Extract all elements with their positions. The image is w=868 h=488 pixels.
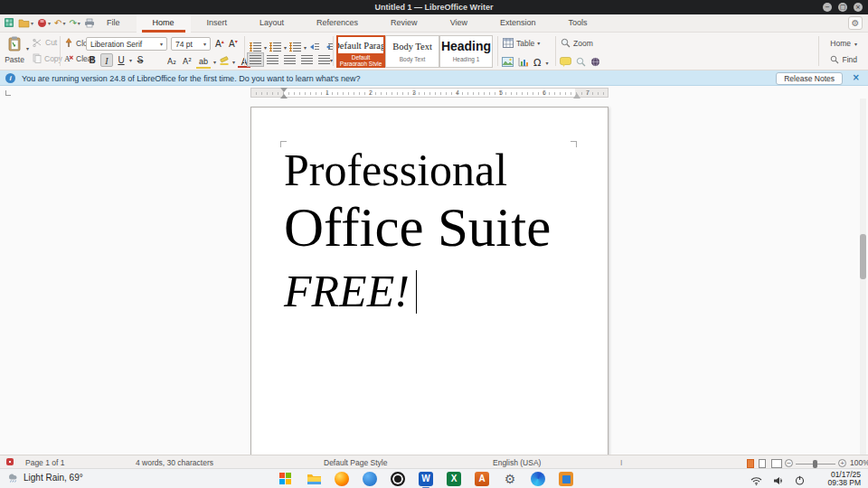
align-center-button[interactable] (267, 55, 278, 64)
align-left-button[interactable] (250, 55, 261, 64)
minimize-button[interactable]: − (823, 3, 832, 12)
align-justify-button[interactable] (301, 55, 313, 64)
zoom-in-button[interactable]: + (838, 459, 846, 467)
special-character-dropdown-icon[interactable]: ▾ (545, 60, 548, 66)
increase-indent-button[interactable] (309, 39, 320, 55)
wifi-icon[interactable] (750, 473, 762, 488)
decrease-font-size-button[interactable]: A▾ (229, 38, 238, 49)
tab-references[interactable]: References (300, 14, 374, 33)
page-style-status[interactable]: Default Page Style (324, 458, 387, 467)
document-text-line[interactable]: Office Suite (284, 196, 551, 259)
cut-button[interactable]: Cut (33, 38, 57, 47)
tab-insert[interactable]: Insert (191, 14, 244, 33)
tab-tools[interactable]: Tools (552, 14, 604, 33)
multi-page-view-button[interactable] (759, 459, 766, 468)
save-dropdown-icon[interactable]: ▾ (48, 20, 51, 26)
virtual-app-icon[interactable] (558, 471, 574, 487)
media-app-icon[interactable] (390, 471, 406, 487)
highlight-button[interactable]: ab (196, 55, 211, 69)
open-dropdown-icon[interactable]: ▾ (31, 20, 33, 26)
open-file-button[interactable]: ▾ (18, 18, 33, 28)
insert-table-button[interactable]: Table ▾ (503, 38, 540, 48)
save-button[interactable]: ▾ (37, 18, 51, 28)
undo-dropdown-icon[interactable]: ▾ (62, 20, 65, 26)
tab-file[interactable]: File (90, 14, 137, 33)
zoom-percent-status[interactable]: 100% (850, 458, 868, 467)
superscript-button[interactable]: A² (181, 55, 193, 69)
taskbar-clock[interactable]: 01/17/25 09:38 PM (828, 471, 861, 487)
firefox-icon[interactable] (334, 471, 350, 487)
line-spacing-button[interactable]: ▾ (318, 55, 333, 64)
volume-icon[interactable] (773, 473, 784, 488)
style-default-paragraph[interactable]: Default Paragr Default Paragraph Style (336, 35, 385, 68)
notification-close-icon[interactable]: × (853, 72, 860, 82)
underline-dropdown-icon[interactable]: ▾ (129, 57, 132, 63)
bullet-list-dropdown-icon[interactable]: ▾ (264, 44, 267, 51)
subscript-button[interactable]: A₂ (165, 55, 178, 69)
new-document-icon[interactable] (4, 17, 14, 28)
start-button[interactable] (278, 471, 294, 487)
toolbar-home-menu[interactable]: Home ▾ (830, 39, 857, 48)
insert-chart-button[interactable] (518, 54, 529, 70)
zoom-button[interactable]: Zoom (561, 38, 593, 48)
document-text-line[interactable]: Professional (284, 144, 507, 196)
settings-gear-icon[interactable]: ⚙ (502, 471, 518, 487)
maximize-button[interactable]: □ (838, 3, 847, 12)
italic-button[interactable]: I (100, 53, 113, 67)
appstore-icon[interactable]: A (474, 471, 490, 487)
numbered-list-button[interactable] (269, 42, 281, 52)
paste-dropdown-icon[interactable]: ▾ (26, 45, 29, 52)
tab-extension[interactable]: Extension (484, 14, 552, 33)
vertical-scrollbar-thumb[interactable] (860, 234, 866, 279)
tab-view[interactable]: View (434, 14, 484, 33)
special-character-button[interactable]: Ω (533, 57, 541, 69)
highlighter-pen-icon[interactable] (219, 53, 230, 70)
style-heading-1[interactable]: Heading Heading 1 (439, 35, 493, 68)
font-size-select[interactable]: 74 pt ▾ (171, 37, 211, 51)
hyperlink-globe-button[interactable] (590, 54, 600, 70)
numbered-list-dropdown-icon[interactable]: ▾ (284, 44, 287, 51)
outline-list-dropdown-icon[interactable]: ▾ (304, 44, 307, 51)
copy-button[interactable]: Copy (33, 53, 62, 63)
document-text-line[interactable]: FREE! (284, 265, 417, 317)
highlighter-dropdown-icon[interactable]: ▾ (232, 59, 235, 65)
power-icon[interactable] (795, 473, 805, 488)
paste-button[interactable]: Paste (4, 36, 25, 64)
align-right-button[interactable] (284, 55, 296, 64)
close-button[interactable]: × (854, 3, 863, 12)
tab-home[interactable]: Home (137, 14, 191, 33)
find-button[interactable]: Find (830, 55, 857, 64)
bullet-list-button[interactable] (250, 42, 261, 52)
insert-mode-icon[interactable]: I (620, 458, 622, 467)
menubar-gear-icon[interactable]: ⚙ (848, 16, 863, 30)
font-name-select[interactable]: Liberation Serif ▾ (86, 37, 167, 51)
bold-button[interactable]: B (86, 53, 99, 67)
redo-dropdown-icon[interactable]: ▾ (78, 20, 80, 26)
book-view-button[interactable] (771, 459, 782, 468)
document-page[interactable]: Professional Office Suite FREE! (250, 107, 609, 455)
language-status[interactable]: English (USA) (493, 458, 541, 467)
zoom-out-button[interactable]: − (785, 459, 793, 467)
insert-comment-button[interactable] (560, 54, 571, 70)
style-body-text[interactable]: Body Text Body Text (385, 35, 439, 68)
tab-review[interactable]: Review (374, 14, 434, 33)
redo-button[interactable]: ↷ ▾ (69, 18, 80, 28)
single-page-view-button[interactable] (747, 459, 754, 468)
edge-icon[interactable] (530, 471, 546, 487)
underline-button[interactable]: U (115, 53, 127, 67)
increase-font-size-button[interactable]: A▴ (215, 38, 224, 49)
excel-icon[interactable]: X (446, 471, 462, 487)
first-line-indent-marker[interactable] (280, 88, 288, 92)
document-area[interactable]: Professional Office Suite FREE! (0, 99, 868, 455)
tab-layout[interactable]: Layout (243, 14, 300, 33)
document-modified-icon[interactable] (6, 458, 14, 465)
word-count-status[interactable]: 4 words, 30 characters (136, 458, 213, 467)
zoom-page-button[interactable] (576, 54, 586, 70)
highlight-dropdown-icon[interactable]: ▾ (213, 59, 216, 65)
thunderbird-icon[interactable] (362, 471, 378, 487)
page-count-status[interactable]: Page 1 of 1 (25, 458, 64, 467)
undo-button[interactable]: ↶ ▾ (54, 18, 65, 28)
taskbar-weather-widget[interactable]: Light Rain, 69° (7, 472, 83, 483)
word-icon[interactable]: W (418, 471, 434, 487)
release-notes-button[interactable]: Release Notes (776, 72, 843, 85)
